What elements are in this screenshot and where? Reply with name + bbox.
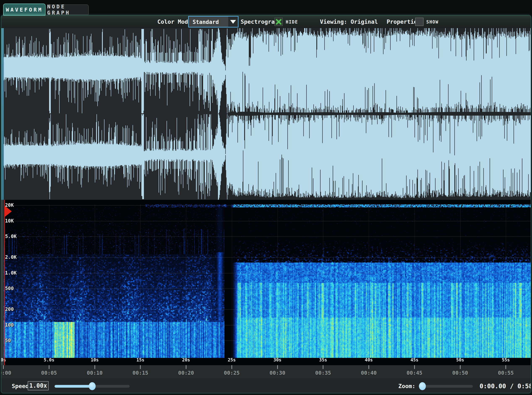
check-x-icon [276, 19, 282, 25]
timeline-tick [505, 365, 506, 369]
timeline-clock-label: 00:50 [452, 370, 468, 376]
spectrogram-time-label: 25s [228, 357, 236, 362]
spectrogram-time-label: 50s [456, 357, 464, 362]
spectrogram-time-label: 20s [182, 357, 190, 362]
timeline-tick [277, 365, 278, 369]
color-mode-dropdown[interactable]: Standard [188, 16, 239, 27]
spectrogram-time-label: 10s [91, 357, 99, 362]
timeline-tick [140, 365, 141, 369]
timeline-tick [323, 365, 324, 369]
timeline-clock-label: 00:20 [178, 370, 194, 376]
spectrogram-time-label: 15s [136, 357, 144, 362]
waveform-display[interactable] [4, 28, 531, 200]
zoom-label: Zoom: [398, 383, 415, 390]
timeline-clock-label: 00:15 [133, 370, 148, 376]
editor-panel: Color Mode: Standard Spectrogram: HIDE V… [1, 15, 531, 393]
zoom-slider-thumb[interactable] [419, 382, 426, 390]
timeline-clock-label: 00:40 [361, 370, 377, 376]
properties-toggle-label: SHOW [426, 20, 439, 25]
tab-node-graph-label: NODE GRAPH [47, 4, 88, 16]
spectrogram-time-label: 45s [411, 357, 418, 362]
freq-tick-label: 5.0K [5, 234, 20, 239]
time-display: 0:00.00 / 0:58.57 [480, 382, 526, 390]
chevron-down-icon [230, 20, 236, 24]
spectrogram-toggle-label: HIDE [286, 20, 298, 25]
timeline-tick [49, 365, 49, 369]
properties-checkbox[interactable] [415, 18, 423, 26]
timeline-clock-label: 00:05 [41, 370, 57, 376]
freq-tick-label: 1.0K [5, 270, 20, 276]
timeline-clock-label: 00:25 [224, 370, 239, 376]
zoom-slider[interactable] [419, 385, 473, 388]
timeline-tick [94, 365, 95, 369]
tab-waveform[interactable]: WAVEFORM [3, 4, 45, 16]
freq-tick-label: 50 [5, 338, 20, 343]
speed-slider-thumb[interactable] [89, 382, 96, 390]
timeline-clock-label: 00:35 [315, 370, 331, 376]
timeline-clock-label: 00:55 [498, 370, 514, 376]
tab-node-graph[interactable]: NODE GRAPH [47, 4, 89, 15]
playhead-marker-icon[interactable] [5, 206, 12, 217]
timeline-clock-label: 00:10 [87, 370, 103, 376]
timeline-tick [3, 365, 4, 369]
spectrogram-time-label: 40s [365, 357, 373, 362]
freq-tick-label: 500 [5, 286, 20, 291]
viewing-status: Viewing: Original [320, 18, 378, 25]
timeline-tick [414, 365, 415, 369]
timeline-tick [186, 365, 186, 369]
spectrogram-time-label: 35s [319, 357, 327, 362]
spectrogram-time-label: 5.0s [44, 357, 54, 362]
transport-bar: Speed: 1.00x Zoom: 0:00.00 / 0:58.57 [1, 378, 531, 393]
timeline-clock-label: 00:00 [1, 370, 11, 376]
speed-slider-fill [54, 385, 92, 388]
spectrogram-display[interactable] [4, 200, 531, 365]
freq-tick-label: 100 [5, 322, 20, 328]
toolbar: Color Mode: Standard Spectrogram: HIDE V… [1, 15, 531, 28]
speed-slider[interactable] [54, 385, 130, 388]
playhead-line[interactable] [4, 200, 5, 365]
speed-value-box[interactable]: 1.00x [28, 381, 49, 390]
freq-tick-label: 200 [5, 307, 20, 312]
dropdown-arrow-cell[interactable] [228, 16, 238, 27]
spectrogram-checkbox[interactable] [274, 18, 283, 26]
spectrogram-time-label: 55s [502, 357, 510, 362]
timeline-tick [369, 365, 369, 369]
tab-waveform-label: WAVEFORM [6, 7, 43, 13]
timeline-clock-label: 00:30 [270, 370, 285, 376]
timeline-clock-label: 00:45 [407, 370, 422, 376]
spectrogram-time-label: 30s [274, 357, 282, 362]
color-mode-value: Standard [193, 19, 219, 25]
freq-tick-label: 2.0K [5, 254, 20, 260]
timeline-tick [231, 365, 232, 369]
timeline-ruler[interactable]: 00:0000:0500:1000:1500:2000:2500:3000:35… [1, 365, 531, 378]
spectrogram-time-label: 0s [1, 357, 6, 362]
timeline-tick [460, 365, 461, 369]
waveform-left-accent [1, 28, 4, 200]
freq-tick-label: 10K [5, 218, 20, 224]
spectrogram-left-accent [1, 200, 4, 365]
